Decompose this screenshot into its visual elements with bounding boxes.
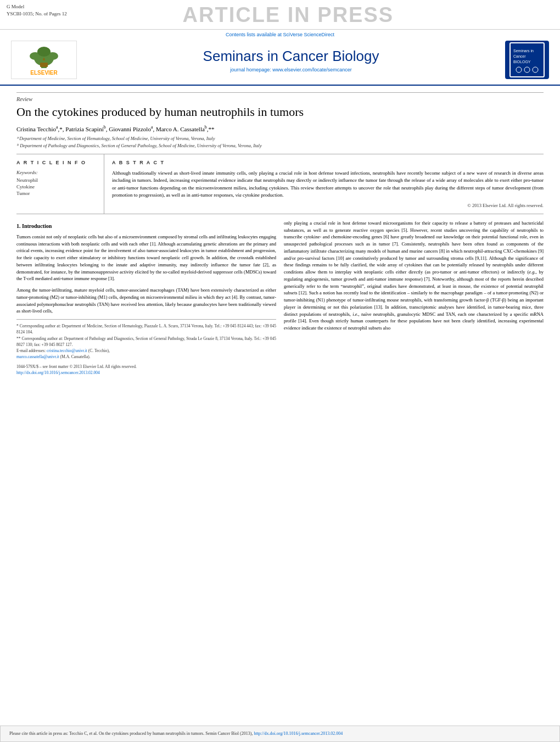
svg-point-9 <box>516 67 522 72</box>
email-link-1[interactable]: cristina.tecchio@univr.it <box>47 348 87 353</box>
citation-box: Please cite this article in press as: Te… <box>0 726 560 742</box>
svg-rect-5 <box>40 63 48 67</box>
footnote-email: E-mail addresses: cristina.tecchio@univr… <box>16 348 276 354</box>
article-in-press-title: ARTICLE IN PRESS <box>67 3 509 27</box>
footnote-1: * Corresponding author at: Department of… <box>16 323 276 336</box>
affiliation-b: ᵇ Department of Pathology and Diagnostic… <box>16 142 544 149</box>
doi-link: http://dx.doi.org/10.1016/j.semcancer.20… <box>16 370 276 376</box>
affiliations: ᵃ Department of Medicine, Section of Hem… <box>16 135 544 149</box>
journal-title-center: Seminars in Cancer Biology journal homep… <box>82 48 500 72</box>
doi-section: 1044-579X/$ – see front matter © 2013 El… <box>16 364 276 376</box>
article-info: A R T I C L E I N F O Keywords: Neutroph… <box>16 154 104 214</box>
cancer-logo-inner: Seminars in Cancer BIOLOGY <box>509 42 545 77</box>
svg-point-4 <box>37 47 51 57</box>
svg-point-10 <box>524 67 530 72</box>
contents-available: Contents lists available at SciVerse Sci… <box>0 30 560 38</box>
right-column: only playing a crucial role in host defe… <box>284 220 544 376</box>
citation-text: Please cite this article in press as: Te… <box>9 731 253 736</box>
keyword-cytokine: Cytokine <box>16 184 96 189</box>
keywords-label: Keywords: <box>16 170 96 175</box>
journal-title: Seminars in Cancer Biology <box>82 48 500 65</box>
intro-paragraph-1: Tumors consist not only of neoplastic ce… <box>16 233 276 282</box>
footnote-email-2: marco.cassatella@univr.it (M.A. Cassatel… <box>16 354 276 360</box>
article-type-label: Review <box>16 92 544 102</box>
article-title: On the cytokines produced by human neutr… <box>16 104 544 120</box>
info-abstract-section: A R T I C L E I N F O Keywords: Neutroph… <box>16 154 544 214</box>
journal-header: Contents lists available at SciVerse Sci… <box>0 30 560 86</box>
left-column: 1. Introduction Tumors consist not only … <box>16 220 276 376</box>
keyword-neutrophil: Neutrophil <box>16 177 96 183</box>
citation-link[interactable]: http://dx.doi.org/10.1016/j.semcancer.20… <box>254 731 343 736</box>
article-info-heading: A R T I C L E I N F O <box>16 160 96 165</box>
cancer-logo-icon: Seminars in Cancer BIOLOGY <box>511 44 544 75</box>
svg-text:Cancer: Cancer <box>513 54 526 58</box>
top-banner: G Model YSCBI-1035; No. of Pages 12 ARTI… <box>0 0 560 30</box>
doi-issn: 1044-579X/$ – see front matter © 2013 El… <box>16 364 276 370</box>
main-content: 1. Introduction Tumors consist not only … <box>16 220 544 376</box>
abstract-text: Although traditionally viewed as short-l… <box>112 170 544 199</box>
journal-title-row: ELSEVIER Seminars in Cancer Biology jour… <box>0 38 560 81</box>
footnotes: * Corresponding author at: Department of… <box>16 319 276 360</box>
footnote-2: ** Corresponding author at: Department o… <box>16 336 276 348</box>
elsevier-tree-icon <box>22 44 66 69</box>
abstract-heading: A B S T R A C T <box>112 160 544 165</box>
svg-point-11 <box>533 67 538 72</box>
intro-heading: 1. Introduction <box>16 222 276 230</box>
email-link-2[interactable]: marco.cassatella@univr.it <box>16 354 59 359</box>
keyword-tumor: Tumor <box>16 191 96 196</box>
copyright: © 2013 Elsevier Ltd. All rights reserved… <box>112 203 544 208</box>
svg-text:BIOLOGY: BIOLOGY <box>513 60 531 64</box>
cancer-biology-logo: Seminars in Cancer BIOLOGY <box>505 41 549 79</box>
model-info: G Model YSCBI-1035; No. of Pages 12 <box>7 3 67 17</box>
abstract-section: A B S T R A C T Although traditionally v… <box>104 154 544 214</box>
elsevier-brand-text: ELSEVIER <box>30 70 57 76</box>
intro-paragraph-2: Among the tumor-infiltrating, mature mye… <box>16 287 276 315</box>
right-paragraph-1: only playing a crucial role in host defe… <box>284 220 544 332</box>
elsevier-logo: ELSEVIER <box>11 41 77 79</box>
affiliation-a: ᵃ Department of Medicine, Section of Hem… <box>16 135 544 142</box>
svg-text:Seminars in: Seminars in <box>513 49 534 53</box>
journal-homepage: journal homepage: www.elsevier.com/locat… <box>82 67 500 72</box>
article-body: Review On the cytokines produced by huma… <box>0 86 560 723</box>
authors: Cristina Tecchioa,*, Patrizia Scapinib, … <box>16 125 544 132</box>
